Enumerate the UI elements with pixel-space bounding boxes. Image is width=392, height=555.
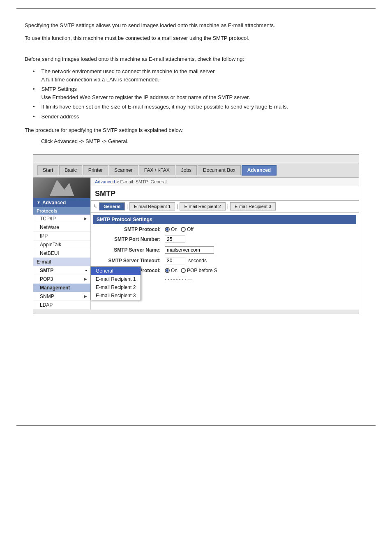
bullet-item-2: SMTP Settings Use Embedded Web Server to…: [25, 85, 367, 101]
panel-body: ▼ Advanced Protocols TCP/IP ▶ NetWare IP…: [33, 178, 359, 310]
subtab-recipient2[interactable]: E-mail Recipient 2: [180, 202, 225, 210]
dropdown-item-recipient2[interactable]: E-mail Recipient 2: [91, 283, 141, 291]
tab-basic[interactable]: Basic: [59, 165, 82, 175]
bottom-rule: [16, 425, 376, 426]
subtab-recipient3[interactable]: E-mail Recipient 3: [230, 202, 276, 210]
radio-auth-pop[interactable]: POP before S: [181, 268, 217, 273]
sidebar-logo: [33, 178, 90, 198]
arrow-icon: ▶: [84, 216, 87, 221]
smtp-server-name-input[interactable]: [165, 246, 214, 254]
smtp-protocol-radio: On Off: [165, 227, 194, 232]
tab-scanner[interactable]: Scanner: [109, 165, 138, 175]
smtp-timeout-input[interactable]: [165, 257, 185, 264]
timeout-suffix: seconds: [188, 258, 207, 264]
tab-jobs[interactable]: Jobs: [176, 165, 197, 175]
smtp-port-value: [165, 236, 185, 243]
arrow-icon: ▶: [84, 294, 87, 298]
tab-document-box[interactable]: Document Box: [198, 165, 241, 175]
sidebar-item-management[interactable]: Management: [33, 284, 90, 292]
sidebar-item-tcpip[interactable]: TCP/IP ▶: [33, 215, 90, 223]
sidebar: ▼ Advanced Protocols TCP/IP ▶ NetWare IP…: [33, 178, 91, 310]
smtp-title: SMTP: [91, 186, 359, 201]
radio-circle-on: [165, 227, 170, 232]
form-row-timeout: SMTP Server Timeout: seconds: [95, 257, 355, 264]
before-sending-text: Before sending images loaded onto this m…: [25, 55, 367, 64]
smtp-timeout-value: seconds: [165, 257, 207, 264]
dropdown-item-recipient1[interactable]: E-mail Recipient 1: [91, 275, 141, 283]
smtp-server-name-value: [165, 246, 214, 254]
sidebar-item-netbeui[interactable]: NetBEUI: [33, 249, 90, 258]
sidebar-item-smtp[interactable]: SMTP ●: [33, 266, 90, 275]
radio-protocol-on[interactable]: On: [165, 227, 178, 232]
subtab-arrow-icon: ↳: [93, 204, 97, 209]
sidebar-item-netware[interactable]: NetWare: [33, 223, 90, 232]
nav-bar: Start Basic Printer Scanner FAX / i-FAX …: [33, 163, 359, 178]
radio-circle-auth-on: [165, 268, 170, 273]
radio-circle-auth-pop: [181, 268, 186, 273]
label-smtp-timeout: SMTP Server Timeout:: [95, 258, 161, 264]
intro-paragraph-1: Specifying the SMTP settings allows you …: [25, 21, 367, 30]
sidebar-advanced-label: Advanced: [42, 200, 66, 206]
settings-section-header: SMTP Protocol Settings: [93, 215, 356, 224]
breadcrumb-advanced-link[interactable]: Advanced: [95, 179, 115, 184]
bullet-item-1: The network environment used to connect …: [25, 67, 367, 83]
tab-printer[interactable]: Printer: [83, 165, 108, 175]
logo-shape: [50, 180, 74, 196]
radio-protocol-off[interactable]: Off: [181, 227, 194, 232]
sidebar-item-snmp[interactable]: SNMP ▶: [33, 292, 90, 301]
sidebar-group-protocols: Protocols: [33, 207, 90, 215]
click-instruction: Click Advanced -> SMTP -> General.: [41, 137, 367, 146]
label-smtp-port: SMTP Port Number:: [95, 236, 161, 242]
subtab-recipient1[interactable]: E-mail Recipient 1: [129, 202, 175, 210]
bullet-item-4: Sender address: [25, 113, 367, 121]
auth-protocol-radio: On POP before S: [165, 268, 217, 273]
tab-start[interactable]: Start: [37, 165, 58, 175]
sidebar-item-appletalk[interactable]: AppleTalk: [33, 240, 90, 249]
dropdown-item-general[interactable]: General: [91, 267, 141, 275]
form-row-port: SMTP Port Number:: [95, 236, 355, 243]
label-smtp-server-name: SMTP Server Name:: [95, 247, 161, 253]
breadcrumb: Advanced > E-mail: SMTP: General: [91, 178, 359, 186]
arrow-icon: ▶: [84, 277, 87, 281]
breadcrumb-rest: E-mail: SMTP: General: [120, 179, 166, 184]
sidebar-item-ipp[interactable]: IPP: [33, 232, 90, 240]
intro-paragraph-2: To use this function, this machine must …: [25, 34, 367, 43]
radio-auth-on[interactable]: On: [165, 268, 178, 273]
sidebar-item-pop3[interactable]: POP3 ▶: [33, 275, 90, 284]
smtp-dropdown: General E-mail Recipient 1 E-mail Recipi…: [90, 266, 141, 300]
subtab-general[interactable]: General: [99, 202, 125, 210]
form-row-server-name: SMTP Server Name:: [95, 246, 355, 254]
tab-fax[interactable]: FAX / i-FAX: [139, 165, 175, 175]
sidebar-group-email: E-mail: [33, 258, 90, 266]
label-smtp-protocol: SMTP Protocol:: [95, 227, 161, 232]
ui-panel: Start Basic Printer Scanner FAX / i-FAX …: [33, 154, 359, 314]
procedure-text: The procedure for specifying the SMTP se…: [25, 126, 367, 135]
sub-tabs-bar: ↳ General | E-mail Recipient 1 | E-mail …: [91, 201, 359, 213]
smtp-wrapper: SMTP ● General E-mail Recipient 1 E-mail…: [33, 266, 90, 275]
sidebar-advanced-header: ▼ Advanced: [33, 198, 90, 207]
form-row-protocol: SMTP Protocol: On Off: [95, 227, 355, 232]
dropdown-item-recipient3[interactable]: E-mail Recipient 3: [91, 291, 141, 300]
bullet-icon: ●: [85, 268, 87, 272]
smtp-port-input[interactable]: [165, 236, 185, 243]
checklist: The network environment used to connect …: [25, 67, 367, 120]
sidebar-item-ldap[interactable]: LDAP: [33, 301, 90, 310]
arrow-icon: ▼: [37, 200, 41, 205]
tab-advanced[interactable]: Advanced: [242, 165, 277, 176]
bullet-item-3: If limits have been set on the size of E…: [25, 103, 367, 111]
radio-circle-off: [181, 227, 186, 232]
